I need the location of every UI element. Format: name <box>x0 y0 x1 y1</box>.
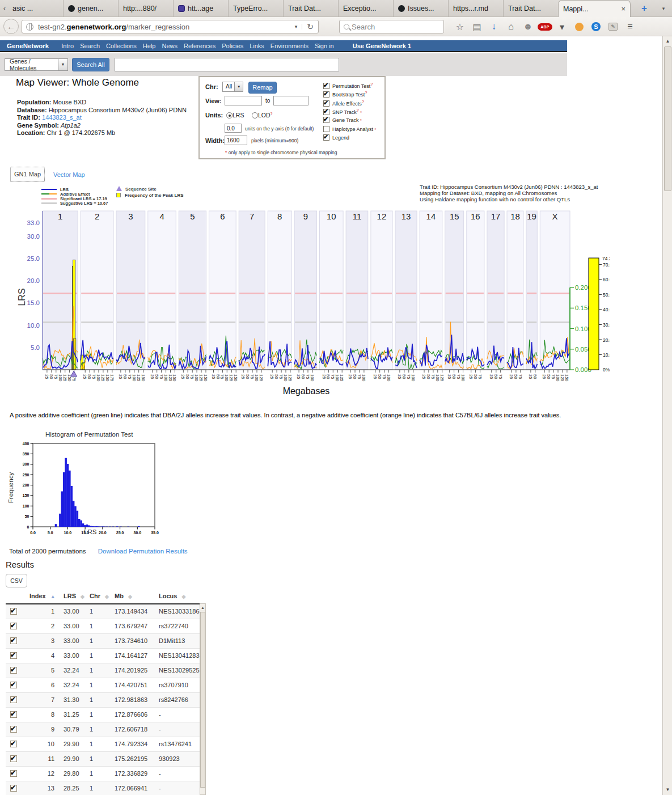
column-header-index[interactable]: Index▲ <box>29 589 64 604</box>
reading-list-icon[interactable]: ▤ <box>468 22 485 32</box>
sort-asc-icon[interactable]: ▲ <box>50 594 56 599</box>
tab-gn1-map[interactable]: GN1 Map <box>10 167 45 182</box>
browser-tab[interactable]: Exceptio... <box>338 0 393 17</box>
checkbox-checked-icon[interactable] <box>323 91 329 98</box>
row-checkbox[interactable] <box>10 741 17 747</box>
checkbox-checked-icon[interactable] <box>323 117 329 123</box>
scroll-up-icon[interactable]: ▲ <box>663 37 672 45</box>
download-icon[interactable]: ↓ <box>485 21 502 32</box>
row-checkbox[interactable] <box>10 682 17 688</box>
units-lrs-radio[interactable]: LRS <box>226 112 244 119</box>
new-tab-button[interactable]: + <box>640 2 649 15</box>
sort-icon[interactable]: ◆ <box>128 594 132 599</box>
select-caret-icon[interactable]: ▼ <box>58 59 67 70</box>
column-header-chr[interactable]: Chr◆ <box>90 589 115 604</box>
sort-icon[interactable]: ◆ <box>105 594 109 599</box>
url-bar[interactable]: test-gn2.genenetwork.org/marker_regressi… <box>22 20 319 33</box>
compose-icon[interactable]: ✎ <box>605 23 622 31</box>
sort-icon[interactable]: ◆ <box>181 594 185 599</box>
nav-item-sign-in[interactable]: Sign in <box>315 43 334 49</box>
nav-item-links[interactable]: Links <box>250 43 264 49</box>
close-icon[interactable]: × <box>621 5 625 13</box>
nav-item-search[interactable]: Search <box>80 43 100 49</box>
nav-item-intro[interactable]: Intro <box>61 43 74 49</box>
home-icon[interactable]: ⌂ <box>502 22 519 32</box>
browser-search-field[interactable]: Search <box>339 20 444 33</box>
global-search-input[interactable] <box>115 58 339 71</box>
option-permutation-test[interactable]: Permutation Test? <box>323 82 373 89</box>
nav-item-news[interactable]: News <box>162 43 177 49</box>
genenetwork-brand[interactable]: GeneNetwork <box>7 43 49 49</box>
bookmark-star-icon[interactable]: ☆ <box>451 22 468 32</box>
view-to-input[interactable] <box>273 96 308 105</box>
option-allele-effects[interactable]: Allele Effects? <box>323 100 364 107</box>
scroll-down-icon[interactable]: ▼ <box>663 785 672 794</box>
units-lod-radio[interactable]: LOD? <box>252 112 273 119</box>
skype-icon[interactable]: S <box>588 22 605 31</box>
column-header-locus[interactable]: Locus◆ <box>159 589 205 604</box>
row-checkbox[interactable] <box>10 770 17 777</box>
view-from-input[interactable] <box>225 96 262 105</box>
browser-tab-active[interactable]: Mappi...× <box>558 0 631 17</box>
row-checkbox[interactable] <box>10 667 17 674</box>
option-gene-track[interactable]: Gene Track * <box>323 117 362 123</box>
row-checkbox[interactable] <box>10 711 17 718</box>
messenger-icon[interactable]: ☻ <box>519 22 536 32</box>
y-units-input[interactable]: 0.0 <box>225 124 242 133</box>
browser-tab[interactable]: http:...880/ <box>118 0 173 17</box>
checkbox-checked-icon[interactable] <box>323 109 329 115</box>
browser-scrollbar[interactable]: ▲ ▼ <box>662 36 672 795</box>
nav-item-environments[interactable]: Environments <box>271 43 308 49</box>
row-checkbox[interactable] <box>10 608 17 615</box>
adblock-plus-icon[interactable]: ABP <box>536 23 553 31</box>
browser-tab[interactable]: Trait Dat... <box>283 0 338 17</box>
browser-tab[interactable]: https...r.md <box>448 0 503 17</box>
row-checkbox[interactable] <box>10 726 17 733</box>
row-checkbox[interactable] <box>10 755 17 762</box>
browser-tab[interactable]: asic ... <box>8 0 63 17</box>
help-sup[interactable]: ? <box>362 100 364 104</box>
tab-list-button[interactable]: ▾ <box>659 2 668 15</box>
chevron-down-icon[interactable]: ▼ <box>234 82 243 91</box>
search-category-select[interactable]: Genes / Molecules ▼ <box>5 58 68 71</box>
row-checkbox[interactable] <box>10 696 17 703</box>
abp-caret-icon[interactable]: ▾ <box>553 22 570 32</box>
help-sup[interactable]: ? <box>365 91 367 95</box>
browser-tab[interactable]: genen... <box>63 0 118 17</box>
row-checkbox[interactable] <box>10 623 17 629</box>
checkbox-checked-icon[interactable] <box>323 100 329 107</box>
nav-item-help[interactable]: Help <box>143 43 156 49</box>
column-header-lrs[interactable]: LRS◆ <box>64 589 90 604</box>
csv-button[interactable]: CSV <box>6 574 27 587</box>
table-scroll-up-icon[interactable]: ▲ <box>200 604 205 611</box>
url-dropdown-caret[interactable]: ▾ <box>290 24 303 29</box>
table-scrollbar[interactable]: ▲ <box>200 603 206 795</box>
scroll-thumb[interactable] <box>664 46 671 191</box>
ghostery-icon[interactable] <box>570 23 588 31</box>
width-input[interactable]: 1600 <box>225 136 247 145</box>
row-checkbox[interactable] <box>10 637 17 644</box>
row-checkbox[interactable] <box>10 652 17 659</box>
remap-button[interactable]: Remap <box>248 82 277 94</box>
checkbox-checked-icon[interactable] <box>323 134 329 141</box>
option-bootstrap-test[interactable]: Bootstrap Test? <box>323 91 367 98</box>
reload-icon[interactable]: ↻ <box>302 22 318 31</box>
table-scroll-thumb[interactable] <box>200 612 205 788</box>
chromosome-select[interactable]: All ▼ <box>222 82 243 92</box>
checkbox-checked-icon[interactable] <box>323 83 329 89</box>
tab-vector-map[interactable]: Vector Map <box>53 171 85 178</box>
browser-tab[interactable]: Issues... <box>393 0 448 17</box>
browser-tab[interactable]: TypeErro... <box>228 0 283 17</box>
help-sup[interactable]: ? <box>370 82 373 86</box>
sort-icon[interactable]: ◆ <box>81 594 84 599</box>
lod-help-sup[interactable]: ? <box>271 112 273 116</box>
download-permutation-link[interactable]: Download Permutation Results <box>98 548 188 555</box>
checkbox-icon[interactable] <box>323 126 329 132</box>
nav-item-references[interactable]: References <box>184 43 215 49</box>
option-haplotype-analyst[interactable]: Haplotype Analyst * <box>323 126 376 132</box>
column-header-mb[interactable]: Mb◆ <box>115 589 159 604</box>
browser-tab[interactable]: htt...age <box>173 0 228 17</box>
nav-item-collections[interactable]: Collections <box>106 43 137 49</box>
menu-icon[interactable]: ≡ <box>622 22 639 32</box>
nav-item-policies[interactable]: Policies <box>222 43 243 49</box>
